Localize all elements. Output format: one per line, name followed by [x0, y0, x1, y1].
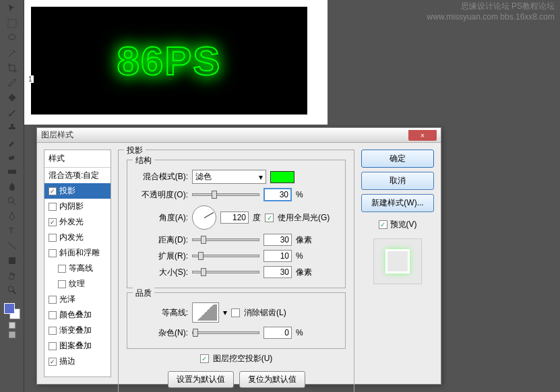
- marquee-tool-icon[interactable]: [5, 17, 19, 30]
- opacity-input[interactable]: 30: [263, 188, 292, 201]
- move-tool-icon[interactable]: [5, 2, 19, 15]
- style-item-pattern-overlay[interactable]: 图案叠加: [44, 338, 111, 354]
- checkbox[interactable]: [49, 311, 57, 319]
- quality-title: 品质: [133, 288, 154, 299]
- gradient-tool-icon[interactable]: [5, 165, 19, 178]
- style-item-outer-glow[interactable]: 外发光: [44, 214, 111, 230]
- angle-dial[interactable]: [192, 205, 216, 230]
- checkbox[interactable]: [49, 327, 57, 335]
- noise-input[interactable]: 0: [263, 327, 292, 339]
- eyedropper-tool-icon[interactable]: [5, 76, 19, 90]
- shape-tool-icon[interactable]: [5, 254, 19, 267]
- knockout-checkbox[interactable]: [200, 354, 209, 363]
- checkbox[interactable]: [49, 249, 57, 257]
- distance-slider[interactable]: [192, 238, 259, 241]
- styles-panel: 样式 混合选项:自定 投影 内阴影 外发光 内发光 斜面和浮雕 等高线 纹理 光…: [44, 150, 111, 377]
- angle-input[interactable]: 120: [220, 211, 249, 224]
- spread-label: 扩展(R):: [134, 251, 188, 262]
- opacity-slider[interactable]: [192, 193, 259, 196]
- make-default-button[interactable]: 设置为默认值: [168, 371, 234, 388]
- style-item-contour[interactable]: 等高线: [44, 261, 111, 276]
- style-item-bevel[interactable]: 斜面和浮雕: [44, 245, 111, 261]
- lasso-tool-icon[interactable]: [5, 32, 19, 45]
- size-input[interactable]: 30: [263, 266, 292, 278]
- style-item-satin[interactable]: 光泽: [44, 292, 111, 307]
- opacity-unit: %: [296, 190, 303, 199]
- quick-mask-icon[interactable]: [9, 322, 15, 329]
- size-label: 大小(S):: [134, 267, 188, 278]
- path-tool-icon[interactable]: [5, 239, 19, 253]
- size-slider[interactable]: [192, 271, 259, 273]
- checkbox[interactable]: [49, 203, 57, 211]
- reset-default-button[interactable]: 复位为默认值: [239, 371, 305, 388]
- dialog-title: 图层样式: [41, 129, 408, 141]
- blend-mode-label: 混合模式(B):: [134, 171, 188, 183]
- style-item-drop-shadow[interactable]: 投影: [44, 183, 111, 199]
- healing-tool-icon[interactable]: [5, 91, 19, 104]
- screen-mode-icon[interactable]: [9, 331, 15, 338]
- chevron-down-icon[interactable]: ▾: [223, 308, 227, 317]
- dodge-tool-icon[interactable]: [5, 195, 19, 208]
- foreground-color-swatch[interactable]: [4, 303, 15, 314]
- contour-picker[interactable]: [192, 302, 219, 323]
- global-light-checkbox[interactable]: [265, 214, 274, 222]
- checkbox[interactable]: [49, 358, 57, 366]
- crop-tool-icon[interactable]: [5, 61, 19, 75]
- style-item-color-overlay[interactable]: 颜色叠加: [44, 307, 111, 323]
- spread-slider[interactable]: [192, 255, 259, 257]
- color-swatches[interactable]: [4, 303, 20, 319]
- checkbox[interactable]: [49, 187, 57, 195]
- hand-tool-icon[interactable]: [5, 269, 19, 282]
- checkbox[interactable]: [49, 234, 57, 242]
- ok-button[interactable]: 确定: [361, 150, 434, 168]
- svg-point-5: [8, 197, 13, 203]
- svg-rect-3: [8, 156, 14, 160]
- stamp-tool-icon[interactable]: [5, 121, 19, 134]
- blending-options-item[interactable]: 混合选项:自定: [44, 168, 111, 183]
- style-item-texture[interactable]: 纹理: [44, 276, 111, 292]
- checkbox[interactable]: [49, 296, 57, 304]
- style-item-stroke[interactable]: 描边: [44, 354, 111, 369]
- preview-checkbox[interactable]: [379, 220, 387, 229]
- canvas[interactable]: 86PS: [31, 7, 307, 115]
- style-item-inner-glow[interactable]: 内发光: [44, 230, 111, 245]
- spread-input[interactable]: 10: [263, 250, 292, 262]
- toolbar: T: [0, 0, 24, 392]
- layer-style-dialog: 图层样式 × 样式 混合选项:自定 投影 内阴影 外发光 内发光 斜面和浮雕 等…: [36, 127, 441, 385]
- svg-text:T: T: [9, 226, 14, 236]
- titlebar[interactable]: 图层样式 ×: [37, 128, 441, 143]
- distance-input[interactable]: 30: [263, 234, 292, 246]
- chevron-down-icon: ▾: [259, 172, 263, 182]
- history-brush-icon[interactable]: [5, 135, 19, 149]
- checkbox[interactable]: [49, 218, 57, 226]
- angle-label: 角度(A):: [134, 212, 188, 224]
- right-panel: 确定 取消 新建样式(W)... 预览(V): [361, 150, 434, 377]
- new-style-button[interactable]: 新建样式(W)...: [361, 194, 434, 212]
- checkbox[interactable]: [49, 342, 57, 350]
- antialias-checkbox[interactable]: [231, 308, 240, 317]
- pen-tool-icon[interactable]: [5, 209, 19, 223]
- preview-label: 预览(V): [390, 219, 417, 230]
- zoom-tool-icon[interactable]: [5, 284, 19, 297]
- blur-tool-icon[interactable]: [5, 180, 19, 193]
- shadow-color-box[interactable]: [270, 171, 294, 183]
- type-tool-icon[interactable]: T: [5, 224, 19, 238]
- eraser-tool-icon[interactable]: [5, 150, 19, 164]
- svg-point-8: [8, 286, 13, 292]
- brush-tool-icon[interactable]: [5, 106, 19, 119]
- neon-text: 86PS: [117, 38, 222, 84]
- noise-slider[interactable]: [192, 331, 259, 334]
- global-light-label: 使用全局光(G): [278, 212, 330, 224]
- cancel-button[interactable]: 取消: [361, 172, 434, 190]
- preview-thumbnail: [385, 249, 410, 273]
- contour-label: 等高线:: [134, 307, 188, 319]
- structure-fieldset: 结构 混合模式(B): 滤色▾ 不透明度(O): 30 % 角度(A):: [127, 160, 346, 288]
- style-item-inner-shadow[interactable]: 内阴影: [44, 199, 111, 214]
- checkbox[interactable]: [58, 280, 66, 288]
- style-item-gradient-overlay[interactable]: 渐变叠加: [44, 323, 111, 338]
- close-button[interactable]: ×: [408, 130, 437, 141]
- angle-unit: 度: [253, 212, 261, 224]
- checkbox[interactable]: [58, 265, 66, 273]
- blend-mode-dropdown[interactable]: 滤色▾: [192, 170, 266, 184]
- wand-tool-icon[interactable]: [5, 46, 19, 60]
